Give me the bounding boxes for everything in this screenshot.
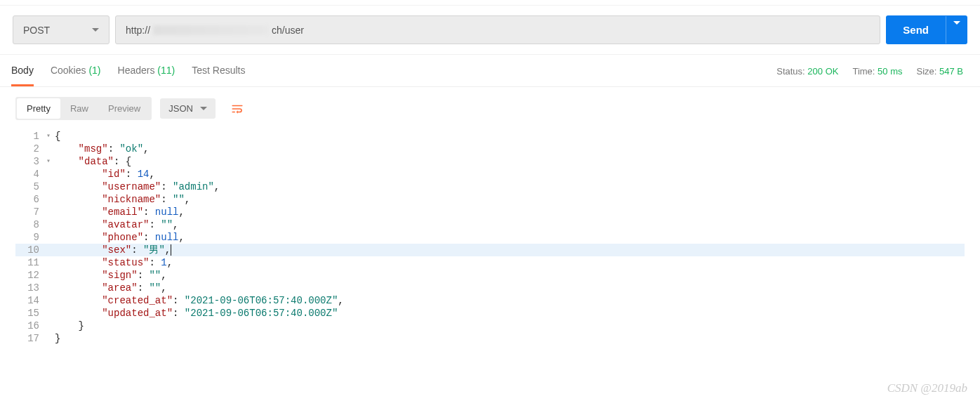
- view-preview[interactable]: Preview: [98, 98, 150, 119]
- fold-toggle[interactable]: ▾: [46, 130, 55, 143]
- fold-toggle[interactable]: ▾: [46, 155, 55, 168]
- code-line: 1▾{: [15, 130, 965, 143]
- code-line: 12 "sign": "",: [15, 269, 965, 282]
- time-value: 50 ms: [878, 66, 902, 77]
- chevron-down-icon: [92, 28, 99, 32]
- time-block: Time: 50 ms: [852, 66, 902, 77]
- code-line: 14 "created_at": "2021-09-06T06:57:40.00…: [15, 294, 965, 307]
- code-line: 2 "msg": "ok",: [15, 143, 965, 155]
- wrap-lines-button[interactable]: [224, 98, 251, 120]
- code-line: 6 "nickname": "",: [15, 193, 965, 206]
- code-line: 15 "updated_at": "2021-09-06T06:57:40.00…: [15, 307, 965, 320]
- tab-headers[interactable]: Headers (11): [118, 65, 176, 86]
- code-line: 17}: [15, 332, 965, 345]
- status-value: 200 OK: [807, 66, 838, 77]
- chevron-down-icon: [953, 21, 960, 35]
- status-block: Status: 200 OK: [776, 66, 838, 77]
- send-label: Send: [886, 15, 946, 44]
- size-block: Size: 547 B: [916, 66, 963, 77]
- headers-count-badge: (11): [157, 65, 175, 76]
- format-select[interactable]: JSON: [160, 98, 216, 119]
- view-controls: Pretty Raw Preview JSON: [0, 87, 980, 130]
- view-raw[interactable]: Raw: [60, 98, 98, 119]
- code-line: 4 "id": 14,: [15, 168, 965, 180]
- code-line: 3▾ "data": {: [15, 155, 965, 168]
- url-input[interactable]: http:// ch/user: [115, 15, 880, 44]
- code-line: 7 "email": null,: [15, 206, 965, 218]
- response-tabs: Body Cookies (1) Headers (11) Test Resul…: [11, 65, 246, 86]
- code-line: 11 "status": 1,: [15, 256, 965, 269]
- code-line: 5 "username": "admin",: [15, 180, 965, 193]
- tab-cookies[interactable]: Cookies (1): [51, 65, 101, 86]
- url-redacted-part: [153, 25, 269, 35]
- cookies-count-badge: (1): [88, 65, 100, 76]
- view-pretty[interactable]: Pretty: [17, 98, 60, 119]
- code-line: 16 }: [15, 320, 965, 332]
- wrap-icon: [231, 103, 244, 115]
- tab-body[interactable]: Body: [11, 65, 34, 86]
- url-prefix: http://: [126, 25, 150, 36]
- response-status-bar: Status: 200 OK Time: 50 ms Size: 547 B: [776, 66, 967, 85]
- send-dropdown-split[interactable]: [946, 16, 967, 44]
- chevron-down-icon: [200, 107, 207, 110]
- method-select[interactable]: POST: [13, 15, 110, 44]
- code-line: 9 "phone": null,: [15, 231, 965, 244]
- request-bar: POST http:// ch/user Send: [0, 6, 980, 55]
- code-line: 13 "area": "",: [15, 282, 965, 294]
- size-value: 547 B: [939, 66, 963, 77]
- code-line-highlighted: 10 "sex": "男",​: [15, 244, 965, 256]
- format-label: JSON: [168, 103, 193, 114]
- code-line: 8 "avatar": "",: [15, 218, 965, 231]
- response-tabs-row: Body Cookies (1) Headers (11) Test Resul…: [0, 55, 980, 87]
- send-button[interactable]: Send: [886, 15, 967, 44]
- response-body-code[interactable]: 1▾{ 2 "msg": "ok", 3▾ "data": { 4 "id": …: [0, 130, 980, 345]
- tab-test-results[interactable]: Test Results: [192, 65, 245, 86]
- method-label: POST: [23, 25, 50, 36]
- view-mode-segment: Pretty Raw Preview: [15, 97, 152, 120]
- url-suffix: ch/user: [272, 25, 304, 36]
